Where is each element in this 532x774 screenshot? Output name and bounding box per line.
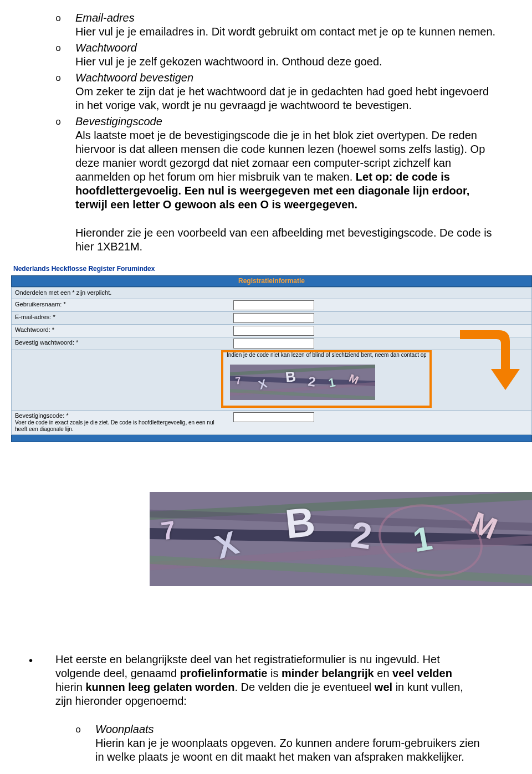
label-username: Gebruikersnaam: *: [12, 299, 230, 311]
item-title-password-confirm: Wachtwoord bevestigen: [75, 71, 193, 85]
captcha-image-zoom: 7 X B 2 1 M: [150, 492, 532, 586]
forum-header-bar: Registratieinformatie: [11, 275, 532, 287]
label-password-confirm: Bevestig wachtwoord: *: [12, 337, 230, 350]
captcha-char: B: [284, 367, 296, 386]
text-bold: veel velden: [392, 667, 452, 679]
item-body-woonplaats: Hierin kan je je woonplaats opgeven. Zo …: [95, 736, 482, 764]
password-confirm-input[interactable]: [233, 339, 314, 348]
bullet-marker: o: [55, 11, 75, 24]
bullet-marker: o: [75, 722, 95, 736]
label-email: E-mail-adres: *: [12, 312, 230, 324]
bullet-marker: o: [55, 41, 75, 54]
item-body-password-confirm: Om zeker te zijn dat je het wachtwoord d…: [75, 85, 499, 112]
confirm-code-input[interactable]: [233, 412, 314, 422]
item-body-confirm-code: Als laatste moet je de bevestigingscode …: [75, 129, 499, 212]
item-title-password: Wachtwoord: [75, 41, 137, 55]
captcha-char: B: [283, 496, 318, 551]
forum-header-title: Registratieinformatie: [12, 276, 531, 286]
item-title-email: Email-adres: [75, 11, 135, 25]
email-input[interactable]: [233, 313, 314, 323]
bullet-dot: •: [29, 653, 55, 668]
text: is: [267, 667, 282, 679]
forum-footer-bar: [11, 435, 532, 442]
lower-paragraph: Het eerste en belangrijkste deel van het…: [55, 653, 482, 708]
bullet-marker: o: [55, 71, 75, 84]
item-body-password: Hier vul je je zelf gekozen wachtwoord i…: [75, 55, 499, 69]
item-body-email: Hier vul je je emailadres in. Dit wordt …: [75, 25, 499, 39]
password-input[interactable]: [233, 326, 314, 336]
label-confirm-code: Bevestigingscode: *: [15, 412, 227, 419]
example-intro: Hieronder zie je een voorbeeld van een a…: [75, 226, 499, 254]
text-bold: kunnen leeg gelaten worden: [85, 681, 234, 693]
username-input[interactable]: [233, 300, 314, 310]
captcha-char: 7: [159, 514, 177, 547]
forum-screenshot: Nederlands Heckflosse Register Foruminde…: [11, 264, 532, 442]
text-bold: profielinformatie: [180, 667, 268, 679]
forum-index-link[interactable]: Nederlands Heckflosse Register Foruminde…: [11, 264, 532, 275]
text-bold: minder belangrijk: [282, 667, 374, 679]
captcha-row: Indien je de code niet kan lezen of blin…: [11, 350, 532, 411]
required-hint: Onderdelen met een * zijn verplicht.: [12, 288, 230, 299]
text: . De velden die je eventueel: [234, 681, 374, 693]
text: en: [374, 667, 392, 679]
bullet-marker: o: [55, 115, 75, 128]
text-bold: wel: [375, 681, 392, 693]
captcha-image-small: 7 X B 2 1 M: [230, 365, 375, 400]
label-password: Wachtwoord: *: [12, 325, 230, 337]
text: hierin: [55, 681, 85, 693]
item-title-confirm-code: Bevestigingscode: [75, 115, 162, 129]
confirm-code-sub: Voer de code in exact zoals je die ziet.…: [15, 419, 227, 433]
item-title-woonplaats: Woonplaats: [95, 722, 154, 736]
pointer-arrow-icon: [454, 325, 521, 391]
